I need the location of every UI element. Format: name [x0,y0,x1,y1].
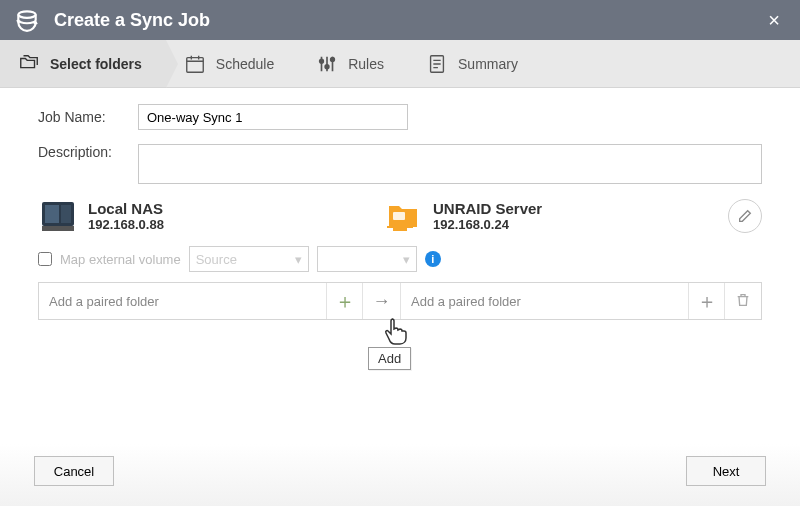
nas-icon [38,198,78,234]
description-label: Description: [38,144,138,160]
summary-icon [426,53,448,75]
endpoint-source-addr: 192.168.0.88 [88,217,164,232]
map-source-dropdown[interactable]: Source ▾ [189,246,309,272]
step-label: Summary [458,56,518,72]
svg-point-0 [18,11,35,17]
svg-rect-1 [187,57,204,72]
step-rules[interactable]: Rules [298,40,408,87]
footer: Cancel Next [0,444,800,506]
next-button[interactable]: Next [686,456,766,486]
pair-source-placeholder: Add a paired folder [49,294,159,309]
svg-point-2 [320,59,324,63]
endpoints-row: Local NAS 192.168.0.88 UNRAID Server 192… [38,198,762,234]
pair-source-cell[interactable]: Add a paired folder [39,283,327,319]
step-label: Select folders [50,56,142,72]
step-select-folders[interactable]: Select folders [0,40,166,87]
endpoint-dest: UNRAID Server 192.168.0.24 [383,198,728,234]
chevron-down-icon: ▾ [295,252,302,267]
job-name-row: Job Name: [38,104,762,130]
pencil-icon [737,208,753,224]
info-icon[interactable]: i [425,251,441,267]
delete-pair-button[interactable] [725,283,761,319]
map-external-label: Map external volume [60,252,181,267]
add-tooltip: Add [368,347,411,370]
form-area: Job Name: Description: Local NAS 192.168… [0,88,800,320]
trash-icon [735,292,751,311]
plus-icon: ＋ [697,291,717,311]
direction-arrow: → [363,283,401,319]
map-source-placeholder: Source [196,252,237,267]
edit-endpoint-button[interactable] [728,199,762,233]
server-folder-icon [383,198,423,234]
map-target-dropdown[interactable]: ▾ [317,246,417,272]
svg-rect-9 [42,226,74,231]
chevron-down-icon: ▾ [403,252,410,267]
step-label: Rules [348,56,384,72]
svg-rect-12 [393,228,407,231]
sync-app-icon [14,7,40,33]
step-bar: Select folders Schedule Rules Summary [0,40,800,88]
map-external-checkbox[interactable] [38,252,52,266]
step-summary[interactable]: Summary [408,40,542,87]
svg-rect-7 [45,205,59,223]
endpoint-source-name: Local NAS [88,200,164,217]
pair-dest-placeholder: Add a paired folder [411,294,521,309]
arrow-right-icon: → [373,291,391,312]
pair-dest-cell[interactable]: Add a paired folder [401,283,689,319]
job-name-label: Job Name: [38,109,138,125]
endpoint-dest-addr: 192.168.0.24 [433,217,542,232]
folders-icon [18,53,40,75]
endpoint-source: Local NAS 192.168.0.88 [38,198,383,234]
step-label: Schedule [216,56,274,72]
cancel-button[interactable]: Cancel [34,456,114,486]
svg-rect-10 [393,212,405,220]
add-dest-folder-button[interactable]: ＋ [689,283,725,319]
svg-rect-8 [61,205,71,223]
endpoint-dest-name: UNRAID Server [433,200,542,217]
svg-rect-11 [387,226,413,228]
map-external-row: Map external volume Source ▾ ▾ i [38,246,762,272]
description-row: Description: [38,144,762,184]
title-bar: Create a Sync Job × [0,0,800,40]
close-button[interactable]: × [762,9,786,32]
sliders-icon [316,53,338,75]
svg-point-3 [325,64,329,68]
description-input[interactable] [138,144,762,184]
step-schedule[interactable]: Schedule [166,40,298,87]
window-title: Create a Sync Job [54,10,762,31]
calendar-icon [184,53,206,75]
paired-folder-table: Add a paired folder ＋ → Add a paired fol… [38,282,762,320]
job-name-input[interactable] [138,104,408,130]
plus-icon: ＋ [335,291,355,311]
add-source-folder-button[interactable]: ＋ [327,283,363,319]
svg-point-4 [331,57,335,61]
cursor-icon [383,316,409,350]
